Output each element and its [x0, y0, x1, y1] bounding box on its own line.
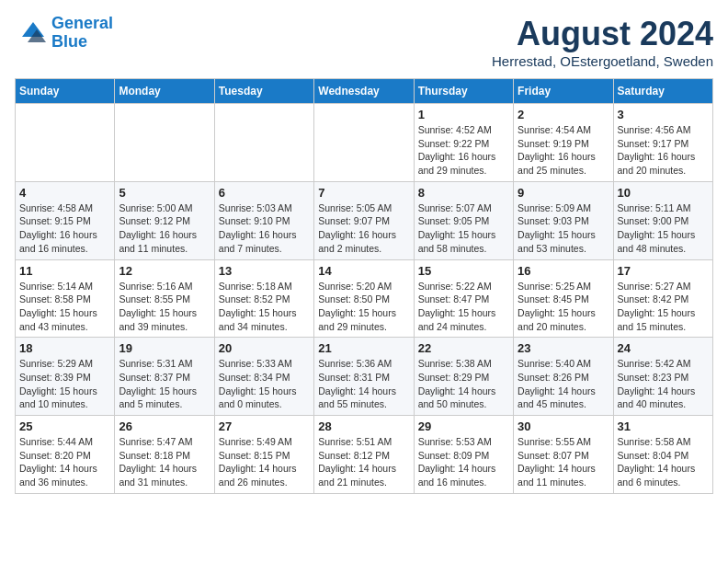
calendar: Sunday Monday Tuesday Wednesday Thursday…	[15, 78, 713, 494]
day-info: Sunrise: 5:42 AMSunset: 8:23 PMDaylight:…	[618, 357, 709, 411]
day-info: Sunrise: 5:25 AMSunset: 8:45 PMDaylight:…	[518, 280, 609, 334]
day-number: 20	[219, 341, 310, 355]
location-title: Herrestad, OEstergoetland, Sweden	[492, 53, 713, 69]
calendar-cell: 26Sunrise: 5:47 AMSunset: 8:18 PMDayligh…	[115, 416, 214, 494]
day-number: 26	[119, 419, 210, 433]
day-info: Sunrise: 5:03 AMSunset: 9:10 PMDaylight:…	[219, 201, 310, 256]
day-info: Sunrise: 5:27 AMSunset: 8:42 PMDaylight:…	[618, 280, 709, 334]
calendar-cell: 4Sunrise: 4:58 AMSunset: 9:15 PMDaylight…	[16, 181, 115, 259]
calendar-cell: 21Sunrise: 5:36 AMSunset: 8:31 PMDayligh…	[314, 338, 414, 416]
logo-text: General Blue	[51, 15, 113, 52]
day-number: 7	[318, 186, 409, 200]
day-number: 25	[19, 419, 110, 433]
day-number: 14	[318, 264, 409, 278]
logo-icon	[15, 17, 48, 50]
week-row-2: 4Sunrise: 4:58 AMSunset: 9:15 PMDaylight…	[16, 181, 713, 259]
week-row-1: 1Sunrise: 4:52 AMSunset: 9:22 PMDaylight…	[16, 104, 713, 182]
day-info: Sunrise: 5:16 AMSunset: 8:55 PMDaylight:…	[119, 280, 210, 334]
day-number: 24	[618, 341, 709, 355]
header-friday: Friday	[514, 79, 613, 104]
day-number: 28	[318, 419, 409, 433]
day-number: 18	[19, 341, 110, 355]
logo-line2: Blue	[51, 32, 87, 51]
week-row-3: 11Sunrise: 5:14 AMSunset: 8:58 PMDayligh…	[16, 259, 713, 338]
day-info: Sunrise: 5:05 AMSunset: 9:07 PMDaylight:…	[318, 201, 409, 256]
day-info: Sunrise: 5:55 AMSunset: 8:07 PMDaylight:…	[518, 435, 609, 489]
day-number: 4	[19, 186, 110, 200]
day-info: Sunrise: 5:22 AMSunset: 8:47 PMDaylight:…	[418, 280, 509, 334]
day-number: 2	[518, 108, 609, 121]
calendar-cell: 19Sunrise: 5:31 AMSunset: 8:37 PMDayligh…	[115, 338, 214, 416]
svg-marker-0	[22, 22, 44, 37]
day-info: Sunrise: 5:47 AMSunset: 8:18 PMDaylight:…	[119, 435, 210, 489]
day-info: Sunrise: 4:54 AMSunset: 9:19 PMDaylight:…	[518, 123, 609, 178]
calendar-cell: 24Sunrise: 5:42 AMSunset: 8:23 PMDayligh…	[613, 338, 712, 416]
calendar-cell: 25Sunrise: 5:44 AMSunset: 8:20 PMDayligh…	[16, 416, 115, 494]
logo: General Blue	[15, 15, 113, 52]
calendar-cell: 15Sunrise: 5:22 AMSunset: 8:47 PMDayligh…	[414, 259, 513, 338]
calendar-cell: 22Sunrise: 5:38 AMSunset: 8:29 PMDayligh…	[414, 338, 513, 416]
calendar-cell: 17Sunrise: 5:27 AMSunset: 8:42 PMDayligh…	[613, 259, 712, 338]
day-info: Sunrise: 5:00 AMSunset: 9:12 PMDaylight:…	[119, 201, 210, 256]
day-number: 29	[418, 419, 509, 433]
header-sunday: Sunday	[16, 79, 115, 104]
day-info: Sunrise: 5:33 AMSunset: 8:34 PMDaylight:…	[219, 357, 310, 411]
day-info: Sunrise: 5:53 AMSunset: 8:09 PMDaylight:…	[418, 435, 509, 489]
header-wednesday: Wednesday	[314, 79, 414, 104]
day-number: 13	[219, 264, 310, 278]
day-number: 8	[418, 186, 509, 200]
day-info: Sunrise: 5:51 AMSunset: 8:12 PMDaylight:…	[318, 435, 409, 489]
day-number: 10	[618, 186, 709, 200]
calendar-cell: 7Sunrise: 5:05 AMSunset: 9:07 PMDaylight…	[314, 181, 414, 259]
day-info: Sunrise: 5:36 AMSunset: 8:31 PMDaylight:…	[318, 357, 409, 411]
calendar-cell: 29Sunrise: 5:53 AMSunset: 8:09 PMDayligh…	[414, 416, 513, 494]
day-info: Sunrise: 5:44 AMSunset: 8:20 PMDaylight:…	[19, 435, 110, 489]
day-number: 1	[418, 108, 509, 121]
calendar-cell: 1Sunrise: 4:52 AMSunset: 9:22 PMDaylight…	[414, 104, 513, 182]
day-info: Sunrise: 5:29 AMSunset: 8:39 PMDaylight:…	[19, 357, 110, 411]
day-number: 19	[119, 341, 210, 355]
day-number: 23	[518, 341, 609, 355]
page-header: General Blue August 2024 Herrestad, OEst…	[15, 15, 713, 69]
day-number: 3	[618, 108, 709, 121]
day-info: Sunrise: 5:09 AMSunset: 9:03 PMDaylight:…	[518, 201, 609, 256]
day-info: Sunrise: 5:49 AMSunset: 8:15 PMDaylight:…	[219, 435, 310, 489]
calendar-cell: 27Sunrise: 5:49 AMSunset: 8:15 PMDayligh…	[214, 416, 313, 494]
day-info: Sunrise: 5:40 AMSunset: 8:26 PMDaylight:…	[518, 357, 609, 411]
day-number: 5	[119, 186, 210, 200]
day-number: 30	[518, 419, 609, 433]
day-info: Sunrise: 5:11 AMSunset: 9:00 PMDaylight:…	[618, 201, 709, 256]
day-info: Sunrise: 4:56 AMSunset: 9:17 PMDaylight:…	[618, 123, 709, 178]
calendar-cell: 3Sunrise: 4:56 AMSunset: 9:17 PMDaylight…	[613, 104, 712, 182]
calendar-cell: 13Sunrise: 5:18 AMSunset: 8:52 PMDayligh…	[214, 259, 313, 338]
calendar-cell: 8Sunrise: 5:07 AMSunset: 9:05 PMDaylight…	[414, 181, 513, 259]
calendar-cell: 28Sunrise: 5:51 AMSunset: 8:12 PMDayligh…	[314, 416, 414, 494]
day-info: Sunrise: 5:18 AMSunset: 8:52 PMDaylight:…	[219, 280, 310, 334]
calendar-cell: 30Sunrise: 5:55 AMSunset: 8:07 PMDayligh…	[514, 416, 613, 494]
day-info: Sunrise: 4:52 AMSunset: 9:22 PMDaylight:…	[418, 123, 509, 178]
calendar-cell	[16, 104, 115, 182]
day-info: Sunrise: 5:20 AMSunset: 8:50 PMDaylight:…	[318, 280, 409, 334]
day-number: 17	[618, 264, 709, 278]
calendar-cell: 31Sunrise: 5:58 AMSunset: 8:04 PMDayligh…	[613, 416, 712, 494]
day-number: 27	[219, 419, 310, 433]
calendar-cell: 5Sunrise: 5:00 AMSunset: 9:12 PMDaylight…	[115, 181, 214, 259]
header-monday: Monday	[115, 79, 214, 104]
day-number: 16	[518, 264, 609, 278]
header-thursday: Thursday	[414, 79, 513, 104]
day-info: Sunrise: 5:07 AMSunset: 9:05 PMDaylight:…	[418, 201, 509, 256]
header-saturday: Saturday	[613, 79, 712, 104]
calendar-cell: 20Sunrise: 5:33 AMSunset: 8:34 PMDayligh…	[214, 338, 313, 416]
day-info: Sunrise: 5:58 AMSunset: 8:04 PMDaylight:…	[618, 435, 709, 489]
day-info: Sunrise: 5:14 AMSunset: 8:58 PMDaylight:…	[19, 280, 110, 334]
week-row-5: 25Sunrise: 5:44 AMSunset: 8:20 PMDayligh…	[16, 416, 713, 494]
calendar-cell: 16Sunrise: 5:25 AMSunset: 8:45 PMDayligh…	[514, 259, 613, 338]
logo-line1: General	[51, 14, 113, 32]
calendar-cell: 2Sunrise: 4:54 AMSunset: 9:19 PMDaylight…	[514, 104, 613, 182]
day-info: Sunrise: 5:38 AMSunset: 8:29 PMDaylight:…	[418, 357, 509, 411]
day-info: Sunrise: 5:31 AMSunset: 8:37 PMDaylight:…	[119, 357, 210, 411]
week-row-4: 18Sunrise: 5:29 AMSunset: 8:39 PMDayligh…	[16, 338, 713, 416]
calendar-cell: 14Sunrise: 5:20 AMSunset: 8:50 PMDayligh…	[314, 259, 414, 338]
calendar-cell: 9Sunrise: 5:09 AMSunset: 9:03 PMDaylight…	[514, 181, 613, 259]
calendar-cell: 11Sunrise: 5:14 AMSunset: 8:58 PMDayligh…	[16, 259, 115, 338]
